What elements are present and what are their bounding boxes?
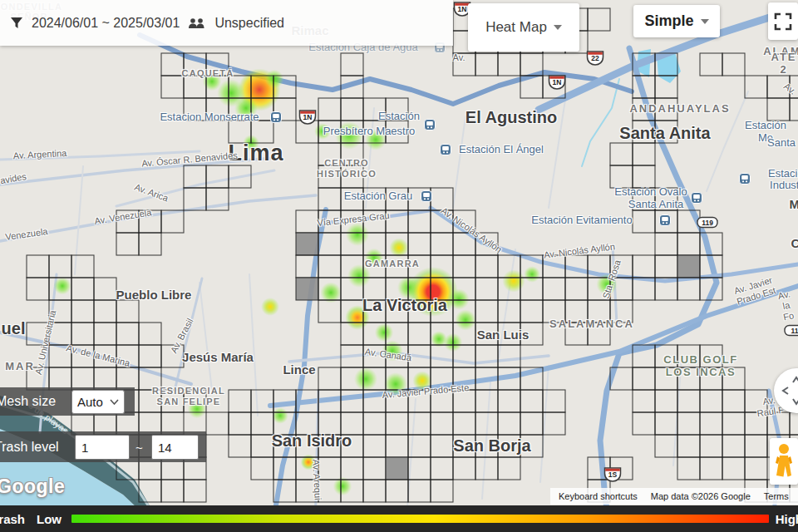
trash-level-min-input[interactable]: 1 [75,435,130,460]
heat-map-label: Heat Map [485,19,547,36]
fullscreen-icon [774,12,792,31]
mesh-size-label: Mesh size [0,394,56,409]
mesh-size-value: Auto [77,395,103,409]
legend-high-label: High [776,512,798,526]
mesh-grid-layer [27,8,798,502]
legend-title: Trash [0,512,25,526]
trash-level-max-input[interactable]: 14 [151,435,199,460]
heat-map-dropdown[interactable]: Heat Map [468,3,579,52]
pegman-button[interactable] [770,438,798,485]
audience-filter[interactable]: Unspecified [214,16,284,31]
chevron-down-icon [554,25,562,30]
filter-funnel-icon [10,17,23,29]
date-range[interactable]: 2024/06/01 ~ 2025/03/01 [32,16,180,31]
people-icon [188,17,206,29]
pegman-icon [773,442,795,480]
filter-bar[interactable]: 2024/06/01 ~ 2025/03/01 Unspecified [0,0,453,46]
chevron-down-icon [701,19,709,24]
terms-link[interactable]: Terms [764,491,789,501]
trash-legend-bar: Trash Low High [0,505,798,532]
pan-arrows-icon [774,368,798,413]
map-data-text: Map data ©2026 Google [651,491,751,501]
legend-gradient-bar [71,515,769,523]
fullscreen-button[interactable] [768,2,798,40]
pan-control[interactable] [774,368,798,413]
map-style-dropdown[interactable]: Simple [633,5,720,37]
map-style-label: Simple [644,12,693,30]
trash-level-label: Trash level [0,440,59,455]
mesh-size-select[interactable]: Auto [71,390,125,414]
map-attribution: Keyboard shortcuts Map data ©2026 Google… [550,488,798,505]
keyboard-shortcuts-link[interactable]: Keyboard shortcuts [559,491,638,501]
legend-low-label: Low [37,512,62,526]
google-logo[interactable]: Google [0,475,65,498]
chevron-down-icon [110,399,119,405]
trash-level-tilde: ~ [135,441,143,455]
